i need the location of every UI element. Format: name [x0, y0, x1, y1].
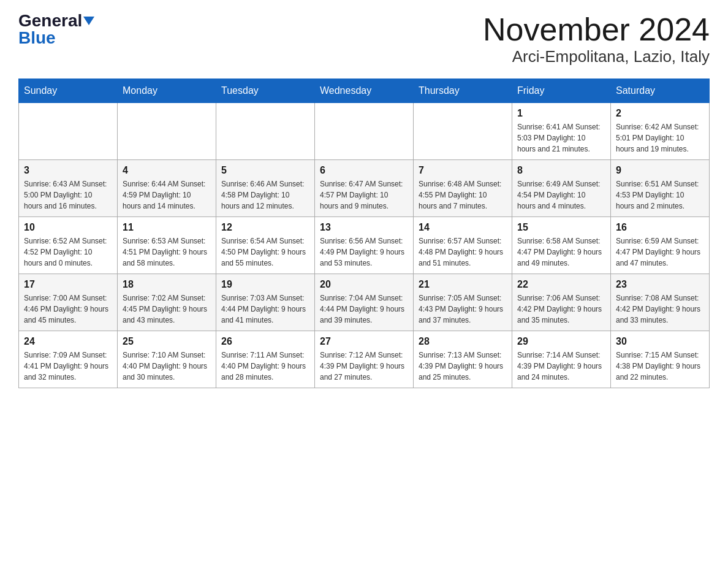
calendar-cell: 18Sunrise: 7:02 AM Sunset: 4:45 PM Dayli… [118, 274, 216, 331]
day-info: Sunrise: 6:42 AM Sunset: 5:01 PM Dayligh… [616, 121, 704, 155]
calendar-cell [19, 103, 118, 160]
day-number: 9 [616, 165, 704, 176]
calendar-cell: 11Sunrise: 6:53 AM Sunset: 4:51 PM Dayli… [118, 217, 216, 274]
calendar-cell: 12Sunrise: 6:54 AM Sunset: 4:50 PM Dayli… [216, 217, 315, 274]
day-info: Sunrise: 7:14 AM Sunset: 4:39 PM Dayligh… [517, 350, 605, 383]
day-info: Sunrise: 6:54 AM Sunset: 4:50 PM Dayligh… [221, 236, 309, 269]
day-header-sunday: Sunday [19, 79, 118, 103]
day-info: Sunrise: 7:10 AM Sunset: 4:40 PM Dayligh… [123, 350, 211, 383]
day-number: 15 [517, 222, 605, 233]
logo-triangle-icon [83, 17, 94, 25]
day-info: Sunrise: 7:05 AM Sunset: 4:43 PM Dayligh… [419, 293, 507, 326]
day-number: 4 [123, 165, 211, 176]
calendar-cell: 30Sunrise: 7:15 AM Sunset: 4:38 PM Dayli… [611, 331, 710, 388]
day-header-tuesday: Tuesday [216, 79, 315, 103]
day-number: 19 [221, 279, 309, 290]
day-info: Sunrise: 6:57 AM Sunset: 4:48 PM Dayligh… [419, 236, 507, 269]
day-number: 21 [419, 279, 507, 290]
calendar-cell: 4Sunrise: 6:44 AM Sunset: 4:59 PM Daylig… [118, 160, 216, 217]
day-info: Sunrise: 6:53 AM Sunset: 4:51 PM Dayligh… [123, 236, 211, 269]
day-info: Sunrise: 6:46 AM Sunset: 4:58 PM Dayligh… [221, 178, 309, 212]
day-number: 14 [419, 222, 507, 233]
calendar-week-row: 17Sunrise: 7:00 AM Sunset: 4:46 PM Dayli… [19, 274, 710, 331]
day-info: Sunrise: 6:58 AM Sunset: 4:47 PM Dayligh… [517, 236, 605, 269]
calendar-cell: 3Sunrise: 6:43 AM Sunset: 5:00 PM Daylig… [19, 160, 118, 217]
calendar-cell [216, 103, 315, 160]
page-header: General Blue November 2024 Arci-Empolita… [18, 12, 710, 66]
day-info: Sunrise: 7:13 AM Sunset: 4:39 PM Dayligh… [419, 350, 507, 383]
day-number: 26 [221, 336, 309, 347]
day-info: Sunrise: 6:51 AM Sunset: 4:53 PM Dayligh… [616, 178, 704, 212]
day-info: Sunrise: 7:11 AM Sunset: 4:40 PM Dayligh… [221, 350, 309, 383]
day-number: 24 [24, 336, 112, 347]
calendar-cell: 2Sunrise: 6:42 AM Sunset: 5:01 PM Daylig… [611, 103, 710, 160]
calendar-week-row: 24Sunrise: 7:09 AM Sunset: 4:41 PM Dayli… [19, 331, 710, 388]
day-number: 5 [221, 165, 309, 176]
day-header-thursday: Thursday [414, 79, 512, 103]
calendar-cell [118, 103, 216, 160]
day-number: 25 [123, 336, 211, 347]
calendar-cell: 25Sunrise: 7:10 AM Sunset: 4:40 PM Dayli… [118, 331, 216, 388]
day-info: Sunrise: 6:48 AM Sunset: 4:55 PM Dayligh… [419, 178, 507, 212]
calendar-cell: 21Sunrise: 7:05 AM Sunset: 4:43 PM Dayli… [414, 274, 512, 331]
calendar-cell: 20Sunrise: 7:04 AM Sunset: 4:44 PM Dayli… [315, 274, 414, 331]
day-number: 7 [419, 165, 507, 176]
calendar-cell: 13Sunrise: 6:56 AM Sunset: 4:49 PM Dayli… [315, 217, 414, 274]
day-number: 8 [517, 165, 605, 176]
day-info: Sunrise: 6:59 AM Sunset: 4:47 PM Dayligh… [616, 236, 704, 269]
day-info: Sunrise: 7:08 AM Sunset: 4:42 PM Dayligh… [616, 293, 704, 326]
day-number: 6 [320, 165, 408, 176]
calendar-week-row: 10Sunrise: 6:52 AM Sunset: 4:52 PM Dayli… [19, 217, 710, 274]
day-number: 10 [24, 222, 112, 233]
day-number: 3 [24, 165, 112, 176]
day-info: Sunrise: 6:41 AM Sunset: 5:03 PM Dayligh… [517, 121, 605, 155]
calendar-cell: 10Sunrise: 6:52 AM Sunset: 4:52 PM Dayli… [19, 217, 118, 274]
day-info: Sunrise: 7:15 AM Sunset: 4:38 PM Dayligh… [616, 350, 704, 383]
month-title: November 2024 [483, 12, 710, 47]
day-number: 13 [320, 222, 408, 233]
day-info: Sunrise: 7:04 AM Sunset: 4:44 PM Dayligh… [320, 293, 408, 326]
calendar-cell: 7Sunrise: 6:48 AM Sunset: 4:55 PM Daylig… [414, 160, 512, 217]
calendar-week-row: 3Sunrise: 6:43 AM Sunset: 5:00 PM Daylig… [19, 160, 710, 217]
day-number: 16 [616, 222, 704, 233]
day-info: Sunrise: 6:43 AM Sunset: 5:00 PM Dayligh… [24, 178, 112, 212]
calendar-cell [414, 103, 512, 160]
calendar-table: SundayMondayTuesdayWednesdayThursdayFrid… [18, 79, 710, 388]
day-header-saturday: Saturday [611, 79, 710, 103]
title-block: November 2024 Arci-Empolitana, Lazio, It… [483, 12, 710, 66]
calendar-cell [315, 103, 414, 160]
calendar-cell: 8Sunrise: 6:49 AM Sunset: 4:54 PM Daylig… [512, 160, 611, 217]
day-number: 11 [123, 222, 211, 233]
calendar-header-row: SundayMondayTuesdayWednesdayThursdayFrid… [19, 79, 710, 103]
day-info: Sunrise: 6:44 AM Sunset: 4:59 PM Dayligh… [123, 178, 211, 212]
day-number: 2 [616, 108, 704, 119]
calendar-cell: 27Sunrise: 7:12 AM Sunset: 4:39 PM Dayli… [315, 331, 414, 388]
calendar-cell: 1Sunrise: 6:41 AM Sunset: 5:03 PM Daylig… [512, 103, 611, 160]
day-info: Sunrise: 7:06 AM Sunset: 4:42 PM Dayligh… [517, 293, 605, 326]
day-number: 30 [616, 336, 704, 347]
day-header-friday: Friday [512, 79, 611, 103]
calendar-cell: 14Sunrise: 6:57 AM Sunset: 4:48 PM Dayli… [414, 217, 512, 274]
day-number: 22 [517, 279, 605, 290]
day-info: Sunrise: 7:02 AM Sunset: 4:45 PM Dayligh… [123, 293, 211, 326]
day-header-monday: Monday [118, 79, 216, 103]
day-number: 18 [123, 279, 211, 290]
location-title: Arci-Empolitana, Lazio, Italy [483, 47, 710, 66]
calendar-cell: 15Sunrise: 6:58 AM Sunset: 4:47 PM Dayli… [512, 217, 611, 274]
calendar-cell: 26Sunrise: 7:11 AM Sunset: 4:40 PM Dayli… [216, 331, 315, 388]
day-info: Sunrise: 6:49 AM Sunset: 4:54 PM Dayligh… [517, 178, 605, 212]
calendar-cell: 16Sunrise: 6:59 AM Sunset: 4:47 PM Dayli… [611, 217, 710, 274]
logo: General Blue [18, 12, 94, 47]
calendar-cell: 22Sunrise: 7:06 AM Sunset: 4:42 PM Dayli… [512, 274, 611, 331]
day-number: 1 [517, 108, 605, 119]
day-number: 29 [517, 336, 605, 347]
day-info: Sunrise: 6:47 AM Sunset: 4:57 PM Dayligh… [320, 178, 408, 212]
calendar-cell: 17Sunrise: 7:00 AM Sunset: 4:46 PM Dayli… [19, 274, 118, 331]
day-number: 28 [419, 336, 507, 347]
day-info: Sunrise: 7:03 AM Sunset: 4:44 PM Dayligh… [221, 293, 309, 326]
day-info: Sunrise: 7:00 AM Sunset: 4:46 PM Dayligh… [24, 293, 112, 326]
day-info: Sunrise: 6:56 AM Sunset: 4:49 PM Dayligh… [320, 236, 408, 269]
calendar-cell: 28Sunrise: 7:13 AM Sunset: 4:39 PM Dayli… [414, 331, 512, 388]
calendar-cell: 9Sunrise: 6:51 AM Sunset: 4:53 PM Daylig… [611, 160, 710, 217]
day-number: 20 [320, 279, 408, 290]
